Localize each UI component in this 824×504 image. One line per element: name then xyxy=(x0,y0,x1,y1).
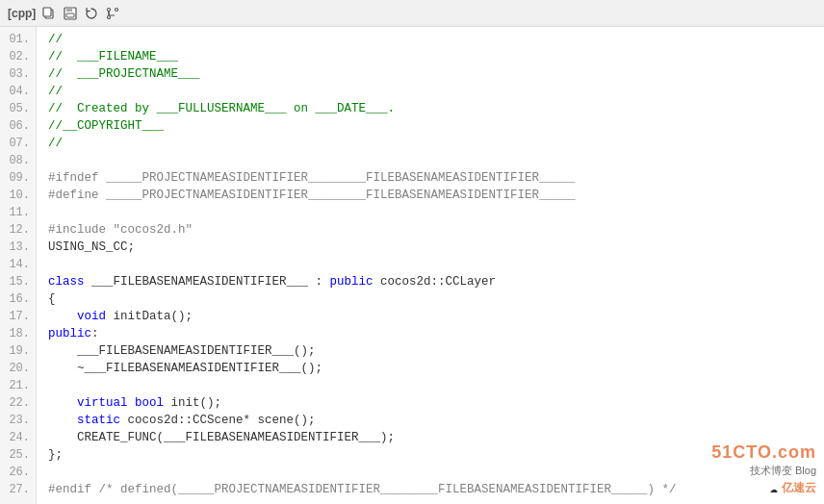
code-area: 01.02.03.04.05.06.07.08.09.10.11.12.13.1… xyxy=(0,27,824,504)
svg-point-6 xyxy=(116,8,118,11)
line-number: 08. xyxy=(0,152,36,169)
line-number: 20. xyxy=(0,360,36,377)
line-number: 14. xyxy=(0,256,36,273)
line-number: 13. xyxy=(0,239,36,256)
code-line: // ___FILENAME___ xyxy=(48,48,824,65)
line-number: 22. xyxy=(0,394,36,412)
code-line: ___FILEBASENAMEASIDENTIFIER___(); xyxy=(48,342,824,360)
refresh-icon[interactable] xyxy=(84,6,99,21)
line-number: 25. xyxy=(0,446,36,464)
code-line: public: xyxy=(48,325,824,342)
code-line: // xyxy=(48,83,824,100)
code-line: #define _____PROJECTNAMEASIDENTIFIER____… xyxy=(48,187,824,204)
editor-container: [cpp] xyxy=(0,0,824,504)
svg-rect-1 xyxy=(43,8,51,16)
line-number: 24. xyxy=(0,429,36,446)
code-line: #ifndef _____PROJECTNAMEASIDENTIFIER____… xyxy=(48,169,824,187)
code-line: USING_NS_CC; xyxy=(48,239,824,256)
line-number: 12. xyxy=(0,221,36,239)
line-number: 27. xyxy=(0,481,36,498)
svg-point-5 xyxy=(108,8,111,11)
code-content[interactable]: //// ___FILENAME___// ___PROJECTNAME___/… xyxy=(37,27,824,504)
line-number: 15. xyxy=(0,273,36,290)
svg-rect-4 xyxy=(66,13,74,17)
line-number: 19. xyxy=(0,342,36,360)
line-number: 07. xyxy=(0,135,36,152)
code-line xyxy=(48,152,824,169)
svg-point-7 xyxy=(108,15,111,18)
line-number: 04. xyxy=(0,83,36,100)
watermark-bottom: ☁ 亿速云 xyxy=(711,480,816,496)
watermark-site: 51CTO.com xyxy=(711,442,816,463)
line-number: 23. xyxy=(0,412,36,429)
code-line xyxy=(48,464,824,481)
line-number: 09. xyxy=(0,169,36,187)
code-line: //__COPYRIGHT___ xyxy=(48,117,824,135)
watermark-tagline: 技术博变 Blog xyxy=(711,464,816,478)
copy-icon[interactable] xyxy=(41,6,57,21)
line-number: 02. xyxy=(0,48,36,65)
branch-icon[interactable] xyxy=(105,6,120,21)
line-number: 21. xyxy=(0,377,36,394)
line-number: 18. xyxy=(0,325,36,342)
line-number: 01. xyxy=(0,31,36,48)
code-line: void initData(); xyxy=(48,308,824,325)
code-line xyxy=(48,204,824,221)
code-line: // Created by ___FULLUSERNAME___ on ___D… xyxy=(48,100,824,117)
line-number: 06. xyxy=(0,117,36,135)
code-line: ~___FILEBASENAMEASIDENTIFIER___(); xyxy=(48,360,824,377)
watermark-logo: 亿速云 xyxy=(782,480,816,496)
save-icon[interactable] xyxy=(63,6,78,21)
code-line xyxy=(48,377,824,394)
line-numbers: 01.02.03.04.05.06.07.08.09.10.11.12.13.1… xyxy=(0,27,37,504)
svg-rect-3 xyxy=(66,8,72,12)
code-line: virtual bool init(); xyxy=(48,394,824,412)
code-line: class ___FILEBASENAMEASIDENTIFIER___ : p… xyxy=(48,273,824,290)
language-label: [cpp] xyxy=(8,7,36,20)
code-line: // ___PROJECTNAME___ xyxy=(48,65,824,83)
line-number: 03. xyxy=(0,65,36,83)
toolbar: [cpp] xyxy=(0,0,824,27)
code-line: static cocos2d::CCScene* scene(); xyxy=(48,412,824,429)
code-line: #endif /* defined(_____PROJECTNAMEASIDEN… xyxy=(48,481,824,498)
code-line: #include "cocos2d.h" xyxy=(48,221,824,239)
line-number: 26. xyxy=(0,464,36,481)
code-line: { xyxy=(48,290,824,308)
code-line: CREATE_FUNC(___FILEBASENAMEASIDENTIFIER_… xyxy=(48,429,824,446)
code-line: // xyxy=(48,31,824,48)
code-line: }; xyxy=(48,446,824,464)
line-number: 11. xyxy=(0,204,36,221)
line-number: 05. xyxy=(0,100,36,117)
code-line: // xyxy=(48,135,824,152)
code-line xyxy=(48,256,824,273)
line-number: 17. xyxy=(0,308,36,325)
line-number: 10. xyxy=(0,187,36,204)
watermark: 51CTO.com 技术博变 Blog ☁ 亿速云 xyxy=(711,442,816,496)
line-number: 16. xyxy=(0,290,36,308)
